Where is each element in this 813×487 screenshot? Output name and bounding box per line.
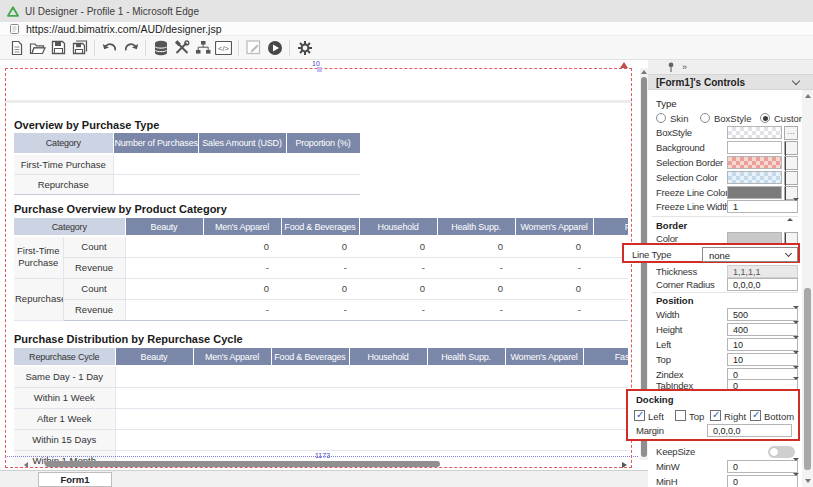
panel-scrollbar[interactable] — [802, 90, 813, 487]
table-row: Revenue - - - - - — [14, 299, 628, 320]
browser-titlebar: UI Designer - Profile 1 - Microsoft Edge — [0, 0, 813, 22]
minh-label: MinH — [656, 476, 677, 487]
selection-color-row: Selection Color — [648, 171, 800, 185]
column-header: Number of Purchases — [113, 133, 198, 154]
save-button[interactable] — [48, 38, 69, 58]
tools-button[interactable] — [171, 38, 192, 58]
freeze-line-color-swatch[interactable] — [727, 186, 782, 199]
panel-header[interactable]: [Form1]'s Controls — [648, 74, 813, 90]
width-spinner[interactable]: 500 — [727, 308, 798, 321]
background-dropdown-button[interactable] — [784, 141, 798, 155]
spinner-value: 1 — [733, 202, 738, 212]
group-label: First-Time Purchase — [14, 236, 63, 278]
freeze-line-width-spinner[interactable]: 1 — [727, 200, 798, 213]
redo-button[interactable] — [120, 38, 141, 58]
cell — [125, 257, 203, 278]
code-button[interactable]: </> — [213, 38, 234, 58]
url-bar[interactable]: https://aud.bimatrix.com/AUD/designer.js… — [0, 22, 813, 36]
cell — [193, 387, 271, 408]
minh-spinner[interactable]: 0 — [727, 475, 798, 487]
open-folder-button[interactable] — [27, 38, 48, 58]
left-row: Left 10 — [648, 338, 800, 352]
cell: - — [359, 299, 437, 320]
width-row: Width 500 — [648, 308, 800, 322]
column-header: Beauty — [125, 218, 203, 236]
purchase-type-table[interactable]: Category Number of Purchases Sales Amoun… — [14, 133, 361, 195]
boxstyle-swatch[interactable] — [727, 126, 782, 139]
sitemap-button[interactable] — [192, 38, 213, 58]
selection-border-dropdown-button[interactable] — [784, 156, 798, 170]
tab-form1[interactable]: Form1 — [38, 472, 112, 487]
pin-icon[interactable] — [667, 62, 675, 73]
spinner-value: 10 — [733, 355, 743, 365]
skin-radio[interactable] — [656, 113, 666, 123]
selection-color-swatch[interactable] — [727, 171, 782, 184]
height-spinner[interactable]: 400 — [727, 323, 798, 336]
collapse-panel-icon[interactable]: » — [682, 62, 688, 72]
selection-color-dropdown-button[interactable] — [784, 171, 798, 185]
spinner-arrows-icon[interactable] — [787, 201, 795, 214]
panel-scroll-thumb[interactable] — [804, 288, 811, 470]
scroll-down-arrow-icon[interactable] — [805, 479, 811, 483]
save-all-button[interactable] — [69, 38, 90, 58]
column-header: Men's Apparel — [203, 218, 281, 236]
margin-field[interactable]: 0,0,0,0 — [707, 424, 792, 437]
cell — [427, 429, 505, 450]
row-label: Within 15 Days — [14, 429, 115, 450]
selection-border-label: Selection Border — [656, 157, 723, 168]
redo-icon — [123, 41, 139, 54]
column-header: Proportion (%) — [286, 133, 360, 154]
height-row: Height 400 — [648, 323, 800, 337]
cell: - — [437, 299, 515, 320]
row-label: Repurchase — [14, 174, 113, 194]
repurchase-cycle-table[interactable]: Repurchase Cycle Beauty Men's Apparel Fo… — [14, 348, 628, 468]
cell — [271, 366, 349, 387]
scroll-right-arrow-icon[interactable] — [622, 462, 627, 468]
corner-radius-field[interactable]: 0,0,0,0 — [727, 278, 798, 291]
spinner-arrows-icon[interactable] — [787, 476, 795, 487]
dock-top-checkbox[interactable] — [675, 410, 686, 421]
cell: 0 — [359, 278, 437, 299]
guide-top-offset: 10 — [312, 60, 320, 67]
line-type-select[interactable]: none — [702, 247, 798, 262]
horizontal-scroll-thumb[interactable] — [45, 461, 440, 467]
top-spinner[interactable]: 10 — [727, 353, 798, 366]
dock-bottom-checkbox[interactable] — [750, 410, 761, 421]
minw-spinner[interactable]: 0 — [727, 460, 798, 473]
selection-border-swatch[interactable] — [727, 156, 782, 169]
toolbar-separator — [238, 40, 239, 56]
svg-text:</>: </> — [218, 44, 229, 53]
line-type-value: none — [709, 250, 730, 261]
background-swatch[interactable] — [727, 141, 782, 154]
scroll-up-arrow-icon[interactable] — [805, 94, 811, 98]
cell — [125, 278, 203, 299]
keepsize-toggle[interactable] — [768, 446, 795, 458]
section-divider — [652, 292, 798, 293]
spinner-value: 0 — [733, 477, 738, 487]
boxstyle-more-button[interactable]: … — [784, 126, 798, 140]
designer-toolbar: </> — [0, 36, 813, 60]
scroll-up-arrow-icon[interactable] — [641, 70, 647, 74]
boxstyle-radio-label: BoxStyle — [714, 113, 752, 124]
database-button[interactable] — [150, 38, 171, 58]
table-row: Within 1 Week — [14, 387, 628, 408]
dock-left-checkbox[interactable] — [634, 410, 645, 421]
scroll-left-arrow-icon[interactable] — [24, 462, 28, 468]
product-category-table[interactable]: Category Beauty Men's Apparel Food & Bev… — [14, 218, 628, 321]
dock-right-checkbox[interactable] — [710, 410, 721, 421]
settings-button[interactable] — [294, 38, 315, 58]
corner-radius-row: Corner Radius 0,0,0,0 — [648, 278, 800, 292]
spinner-value: 400 — [733, 325, 748, 335]
run-button[interactable] — [264, 38, 285, 58]
edit-button[interactable] — [243, 38, 264, 58]
boxstyle-radio[interactable] — [700, 113, 710, 123]
design-canvas[interactable]: 10 Overview by Purchase Type Category Nu… — [0, 60, 648, 470]
thickness-field[interactable]: 1,1,1,1 — [727, 265, 798, 278]
form-resize-handle[interactable] — [620, 62, 628, 68]
position-section-label: Position — [656, 295, 693, 306]
new-document-button[interactable] — [6, 38, 27, 58]
left-spinner[interactable]: 10 — [727, 338, 798, 351]
freeze-line-color-label: Freeze Line Color — [656, 187, 728, 198]
custom-radio[interactable] — [760, 113, 770, 123]
undo-button[interactable] — [99, 38, 120, 58]
